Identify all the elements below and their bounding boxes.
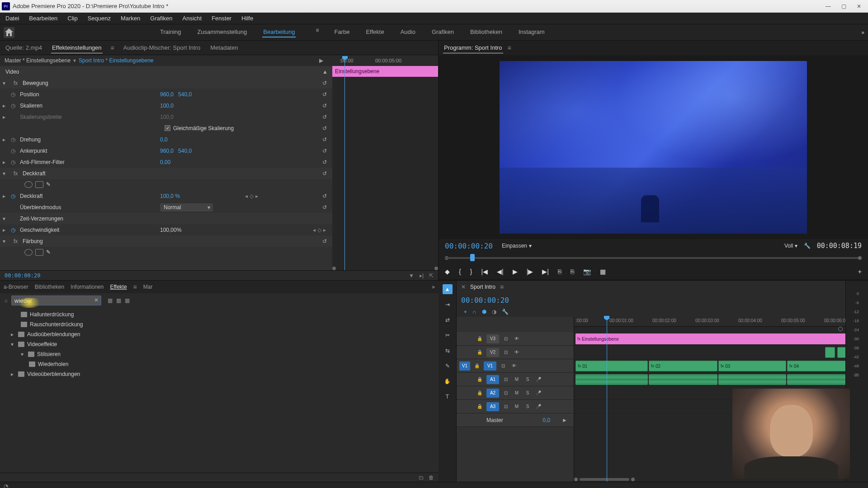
menu-hilfe[interactable]: Hilfe: [240, 14, 255, 23]
clip-adjustment-layer[interactable]: fxEinstellungsebene: [576, 333, 868, 344]
workspace-effekte[interactable]: Effekte: [365, 27, 385, 38]
ec-master-clip[interactable]: Master * Einstellungsebene: [5, 57, 71, 64]
close-button[interactable]: ✕: [855, 3, 863, 10]
clip-02[interactable]: fx02: [649, 361, 717, 371]
track-header-v2[interactable]: 🔒V2⊡👁: [457, 346, 574, 359]
stopwatch-icon[interactable]: ◷: [11, 91, 17, 98]
workspace-audio[interactable]: Audio: [400, 27, 416, 38]
workspace-bibliotheken[interactable]: Bibliotheken: [469, 27, 503, 38]
tree-item[interactable]: ▾Videoeffekte: [4, 339, 435, 349]
fx-faerbung[interactable]: ▾fxFärbung↺: [0, 235, 332, 247]
position-x[interactable]: 960,0: [160, 91, 174, 98]
clip-01[interactable]: fx01: [576, 361, 648, 371]
ec-mini-timeline[interactable]: :00:00 00:00:05:00 Einstellungsebene: [332, 55, 438, 270]
program-panel-menu[interactable]: ≡: [508, 44, 511, 52]
lock-icon[interactable]: 🔒: [473, 362, 481, 370]
uniform-scale-checkbox[interactable]: [165, 125, 170, 131]
export-icon[interactable]: ⇱: [429, 272, 434, 279]
step-back-icon[interactable]: ◀|: [497, 268, 504, 275]
add-keyframe-icon[interactable]: ◇: [250, 193, 254, 199]
voiceover-icon[interactable]: 🎤: [534, 389, 542, 397]
next-keyframe-icon[interactable]: ▸: [323, 227, 326, 233]
mute-toggle[interactable]: M: [513, 403, 521, 410]
tab-effekte[interactable]: Effekte: [110, 284, 127, 290]
track-v3-lane[interactable]: fxEinstellungsebene: [574, 332, 836, 346]
lock-icon[interactable]: 🔒: [476, 403, 484, 410]
tab-informationen[interactable]: Informationen: [71, 284, 104, 290]
hand-tool[interactable]: ✋: [443, 376, 453, 386]
yuv-badge-icon[interactable]: ▦: [125, 297, 130, 304]
reset-icon[interactable]: ↺: [322, 114, 330, 120]
32bit-badge-icon[interactable]: ▦: [116, 297, 121, 304]
tab-effekteinstellungen[interactable]: Effekteinstellungen: [51, 42, 103, 53]
track-header-master[interactable]: Master0,0►: [457, 413, 574, 427]
delete-icon[interactable]: 🗑: [429, 474, 434, 481]
reset-icon[interactable]: ↺: [322, 103, 330, 109]
reset-icon[interactable]: ↺: [322, 159, 330, 165]
effects-search-input[interactable]: [11, 296, 101, 305]
settings-wrench-icon[interactable]: 🔧: [804, 243, 811, 249]
extract-icon[interactable]: ⎘: [571, 268, 574, 275]
go-to-out-icon[interactable]: ▶|: [542, 268, 549, 275]
tab-metadaten[interactable]: Metadaten: [209, 42, 239, 53]
tab-effekteinstellungen-menu[interactable]: ≡: [111, 44, 114, 52]
ripple-edit-tool[interactable]: ⇄: [443, 315, 453, 325]
track-header-a1[interactable]: 🔒A1⊡MS🎤: [457, 373, 574, 386]
ellipse-mask-icon[interactable]: [24, 249, 33, 256]
menu-clip[interactable]: Clip: [66, 14, 79, 23]
blend-mode-dropdown[interactable]: Normal: [160, 203, 213, 211]
tab-marken[interactable]: Mar: [143, 284, 153, 290]
go-to-in-icon[interactable]: |◀: [481, 268, 488, 275]
anchor-x[interactable]: 960,0: [160, 148, 174, 154]
track-header-a2[interactable]: 🔒A2⊡MS🎤: [457, 386, 574, 400]
ec-scroll-right[interactable]: [434, 267, 438, 270]
fx-bewegung[interactable]: ▾fxBewegung↺: [0, 77, 332, 89]
export-frame-icon[interactable]: 📷: [583, 268, 591, 275]
reset-icon[interactable]: ↺: [322, 80, 330, 86]
panel-overflow[interactable]: »: [432, 284, 435, 290]
close-sequence-icon[interactable]: ✕: [461, 284, 466, 290]
tree-item[interactable]: ▸Videoüberblendungen: [4, 369, 435, 379]
maximize-button[interactable]: ▢: [840, 3, 847, 10]
reset-icon[interactable]: ↺: [322, 204, 330, 211]
stopwatch-icon[interactable]: ◷: [11, 148, 17, 154]
zoom-fit-dropdown[interactable]: Einpassen ▾: [502, 243, 532, 249]
menu-datei[interactable]: Datei: [4, 14, 21, 23]
toggle-sync-icon[interactable]: ⊡: [502, 389, 510, 397]
tab-media-browser[interactable]: a-Browser: [4, 284, 28, 290]
track-a1-lane[interactable]: [574, 373, 836, 386]
razor-tool[interactable]: ✂: [443, 330, 453, 340]
workspace-farbe[interactable]: Farbe: [333, 27, 350, 38]
scale-value[interactable]: 100,0: [160, 103, 174, 109]
fx-zeit-verzerrungen[interactable]: ▾Zeit-Verzerrungen: [0, 213, 332, 224]
master-volume[interactable]: 0,0: [542, 417, 550, 423]
anchor-y[interactable]: 540,0: [178, 148, 192, 154]
voiceover-icon[interactable]: 🎤: [534, 376, 542, 383]
solo-toggle[interactable]: S: [524, 376, 532, 383]
button-editor-icon[interactable]: +: [858, 268, 862, 275]
pen-mask-icon[interactable]: ✎: [46, 181, 54, 188]
pen-mask-icon[interactable]: ✎: [46, 249, 54, 256]
voiceover-icon[interactable]: 🎤: [534, 403, 542, 410]
toggle-sync-icon[interactable]: ⊡: [499, 362, 507, 370]
zoom-out-handle[interactable]: [574, 478, 578, 481]
ec-current-timecode[interactable]: 00:00:00:20: [5, 272, 40, 279]
toggle-icon[interactable]: ▸|: [420, 272, 424, 279]
accelerated-badge-icon[interactable]: ▦: [108, 297, 113, 304]
next-keyframe-icon[interactable]: ▸: [255, 193, 258, 199]
ec-scroll-left[interactable]: [332, 267, 336, 270]
clip-audio[interactable]: [718, 374, 786, 385]
clear-search-icon[interactable]: ✕: [94, 297, 99, 303]
reset-icon[interactable]: ↺: [322, 193, 330, 199]
source-patch-v1[interactable]: V1: [459, 361, 470, 371]
step-forward-icon[interactable]: |▶: [527, 268, 533, 275]
timeline-ruler[interactable]: :00:00 00:00:01:00 00:00:02:00 00:00:03:…: [574, 317, 845, 327]
mark-out-icon[interactable]: }: [470, 268, 472, 275]
ec-sequence-clip[interactable]: Sport Intro * Einstellungsebene: [79, 57, 153, 64]
stopwatch-icon[interactable]: ◷: [11, 159, 17, 165]
lock-icon[interactable]: 🔒: [476, 349, 484, 356]
rect-mask-icon[interactable]: [35, 181, 43, 188]
program-playhead[interactable]: [470, 254, 475, 261]
tree-item[interactable]: ▾Stilisieren: [4, 349, 435, 359]
toggle-sync-icon[interactable]: ⊡: [502, 349, 510, 356]
